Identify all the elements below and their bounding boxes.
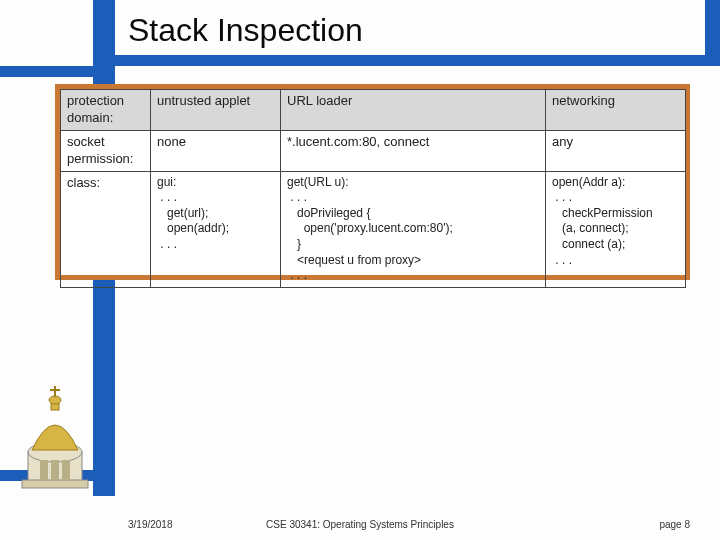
table-header-row: protection domain: untrusted applet URL … bbox=[61, 90, 686, 131]
table-row: socket permission: none *.lucent.com:80,… bbox=[61, 130, 686, 171]
cell-class-applet: gui: . . . get(url); open(addr); . . . bbox=[151, 171, 281, 287]
svg-rect-1 bbox=[22, 480, 88, 488]
stack-inspection-table: protection domain: untrusted applet URL … bbox=[55, 84, 690, 280]
table-row: class: gui: . . . get(url); open(addr); … bbox=[61, 171, 686, 287]
col-header-urlloader: URL loader bbox=[281, 90, 546, 131]
cell-socket-urlloader: *.lucent.com:80, connect bbox=[281, 130, 546, 171]
permission-table: protection domain: untrusted applet URL … bbox=[60, 89, 686, 288]
row-label-class: class: bbox=[61, 171, 151, 287]
footer-course: CSE 30341: Operating Systems Principles bbox=[0, 519, 720, 530]
cell-class-networking: open(Addr a): . . . checkPermission (a, … bbox=[546, 171, 686, 287]
svg-point-4 bbox=[49, 396, 61, 404]
cell-socket-applet: none bbox=[151, 130, 281, 171]
footer-page: page 8 bbox=[659, 519, 690, 530]
dome-logo bbox=[10, 382, 100, 492]
svg-rect-8 bbox=[51, 460, 59, 480]
svg-rect-9 bbox=[62, 460, 70, 480]
col-header-applet: untrusted applet bbox=[151, 90, 281, 131]
cell-socket-networking: any bbox=[546, 130, 686, 171]
col-header-networking: networking bbox=[546, 90, 686, 131]
slide-title: Stack Inspection bbox=[126, 12, 367, 49]
row-label-socket: socket permission: bbox=[61, 130, 151, 171]
cell-class-urlloader: get(URL u): . . . doPrivileged { open('p… bbox=[281, 171, 546, 287]
svg-rect-7 bbox=[40, 460, 48, 480]
col-header-domain: protection domain: bbox=[61, 90, 151, 131]
accent-strip-1 bbox=[0, 66, 93, 77]
